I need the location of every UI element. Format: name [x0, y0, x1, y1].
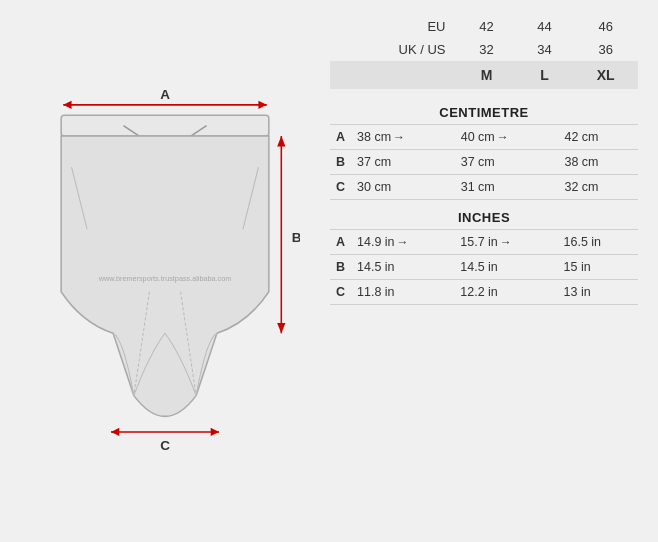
in-row-c: C 11.8 in 12.2 in 13 in — [330, 280, 638, 305]
svg-marker-9 — [277, 323, 285, 333]
cm-a-col2: 40 cm — [455, 125, 559, 150]
cm-b-col1: 37 cm — [351, 150, 455, 175]
in-label-c: C — [330, 280, 351, 305]
cm-c-col2: 31 cm — [455, 175, 559, 200]
diagram-label-c: C — [160, 438, 170, 453]
in-c-col2: 12.2 in — [454, 280, 557, 305]
eu-size-1: 42 — [457, 15, 515, 38]
svg-marker-6 — [258, 101, 266, 109]
cm-c-col1: 30 cm — [351, 175, 455, 200]
in-a-col1: 14.9 in — [351, 230, 454, 255]
main-container: A B C www.bremersports.trustpass.alibaba… — [0, 0, 658, 542]
svg-marker-5 — [63, 101, 71, 109]
svg-marker-8 — [277, 136, 285, 146]
centimetre-table: A 38 cm 40 cm 42 cm B 37 cm 37 cm 38 cm … — [330, 124, 638, 200]
in-b-col1: 14.5 in — [351, 255, 454, 280]
cm-a-col1: 38 cm — [351, 125, 455, 150]
size-letter-3: XL — [573, 61, 638, 89]
in-c-col1: 11.8 in — [351, 280, 454, 305]
uk-us-size-3: 36 — [573, 38, 638, 61]
cm-label-a: A — [330, 125, 351, 150]
right-panel: EU 42 44 46 UK / US 32 34 36 M L XL CENT… — [320, 10, 648, 532]
in-label-b: B — [330, 255, 351, 280]
cm-row-b: B 37 cm 37 cm 38 cm — [330, 150, 638, 175]
left-panel: A B C www.bremersports.trustpass.alibaba… — [10, 10, 320, 532]
cm-b-col2: 37 cm — [455, 150, 559, 175]
eu-label: EU — [330, 15, 457, 38]
in-label-a: A — [330, 230, 351, 255]
in-row-a: A 14.9 in 15.7 in 16.5 in — [330, 230, 638, 255]
uk-us-size-1: 32 — [457, 38, 515, 61]
svg-rect-0 — [61, 115, 269, 136]
shorts-illustration: A B C www.bremersports.trustpass.alibaba… — [30, 81, 300, 461]
size-letter-2: L — [515, 61, 573, 89]
shorts-diagram: A B C www.bremersports.trustpass.alibaba… — [30, 81, 300, 461]
diagram-label-a: A — [160, 87, 170, 102]
size-letter-1: M — [457, 61, 515, 89]
in-b-col2: 14.5 in — [454, 255, 557, 280]
cm-label-c: C — [330, 175, 351, 200]
cm-row-a: A 38 cm 40 cm 42 cm — [330, 125, 638, 150]
svg-marker-12 — [211, 428, 219, 436]
eu-size-2: 44 — [515, 15, 573, 38]
in-b-col3: 15 in — [558, 255, 639, 280]
eu-size-3: 46 — [573, 15, 638, 38]
inches-table: A 14.9 in 15.7 in 16.5 in B 14.5 in 14.5… — [330, 229, 638, 305]
centimetre-title: CENTIMETRE — [330, 105, 638, 120]
uk-us-label: UK / US — [330, 38, 457, 61]
cm-label-b: B — [330, 150, 351, 175]
svg-marker-11 — [111, 428, 119, 436]
in-c-col3: 13 in — [558, 280, 639, 305]
in-row-b: B 14.5 in 14.5 in 15 in — [330, 255, 638, 280]
in-a-col3: 16.5 in — [558, 230, 639, 255]
in-a-col2: 15.7 in — [454, 230, 557, 255]
cm-row-c: C 30 cm 31 cm 32 cm — [330, 175, 638, 200]
uk-us-size-2: 34 — [515, 38, 573, 61]
eu-size-table: EU 42 44 46 UK / US 32 34 36 M L XL — [330, 15, 638, 89]
watermark-text: www.bremersports.trustpass.alibaba.com — [98, 274, 232, 283]
cm-b-col3: 38 cm — [558, 150, 638, 175]
inches-title: INCHES — [330, 210, 638, 225]
cm-c-col3: 32 cm — [558, 175, 638, 200]
diagram-label-b: B — [292, 230, 300, 245]
cm-a-col3: 42 cm — [558, 125, 638, 150]
